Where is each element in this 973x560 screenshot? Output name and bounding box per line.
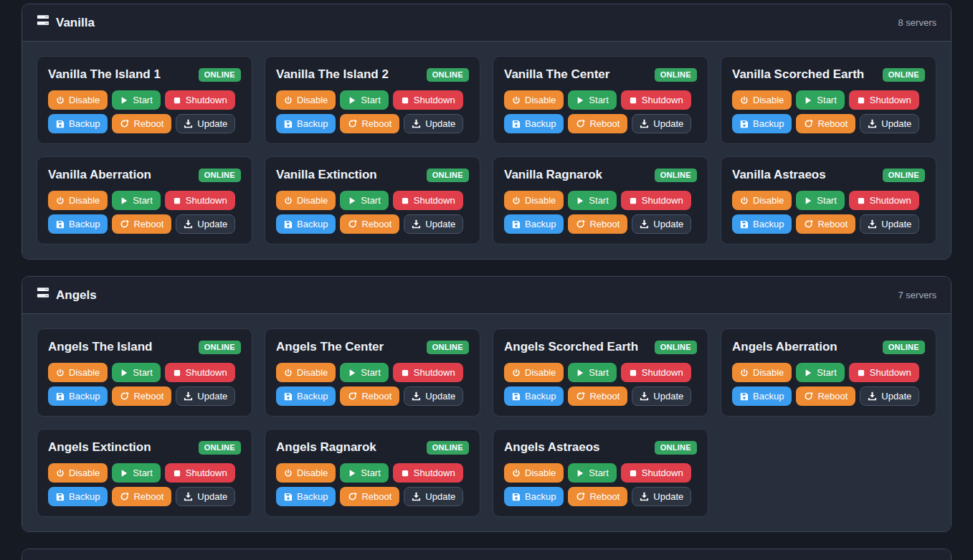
reboot-button[interactable]: Reboot bbox=[340, 114, 399, 133]
reboot-button[interactable]: Reboot bbox=[112, 114, 171, 133]
card-head: Vanilla The Center ONLINE bbox=[504, 67, 697, 82]
stop-button[interactable]: Shutdown bbox=[621, 363, 691, 382]
stop-button[interactable]: Shutdown bbox=[849, 363, 919, 382]
play-button[interactable]: Start bbox=[568, 463, 616, 483]
save-button[interactable]: Backup bbox=[276, 114, 336, 133]
stop-button[interactable]: Shutdown bbox=[393, 90, 463, 110]
stop-button[interactable]: Shutdown bbox=[393, 463, 463, 483]
power-button[interactable]: Disable bbox=[48, 191, 108, 210]
power-button[interactable]: Disable bbox=[732, 363, 792, 382]
power-button[interactable]: Disable bbox=[276, 463, 336, 483]
stop-button[interactable]: Shutdown bbox=[621, 191, 691, 210]
stop-button[interactable]: Shutdown bbox=[165, 463, 235, 483]
download-button[interactable]: Update bbox=[176, 214, 235, 234]
server-stack-icon bbox=[37, 286, 49, 304]
save-button[interactable]: Backup bbox=[48, 386, 108, 406]
play-button[interactable]: Start bbox=[568, 191, 616, 210]
stop-button[interactable]: Shutdown bbox=[165, 363, 235, 382]
power-button[interactable]: Disable bbox=[276, 191, 336, 210]
power-button[interactable]: Disable bbox=[732, 191, 792, 210]
power-icon bbox=[56, 96, 65, 105]
download-button[interactable]: Update bbox=[860, 386, 919, 406]
reboot-button[interactable]: Reboot bbox=[568, 114, 627, 133]
save-button[interactable]: Backup bbox=[276, 214, 336, 234]
play-button[interactable]: Start bbox=[340, 363, 388, 382]
reboot-button[interactable]: Reboot bbox=[112, 386, 171, 406]
reboot-button[interactable]: Reboot bbox=[568, 487, 627, 506]
power-button[interactable]: Disable bbox=[48, 463, 108, 483]
save-button[interactable]: Backup bbox=[504, 386, 564, 406]
download-button[interactable]: Update bbox=[404, 487, 463, 506]
download-button[interactable]: Update bbox=[404, 114, 463, 133]
save-button[interactable]: Backup bbox=[732, 386, 792, 406]
download-button[interactable]: Update bbox=[632, 386, 691, 406]
save-button[interactable]: Backup bbox=[504, 487, 564, 506]
stop-button[interactable]: Shutdown bbox=[393, 191, 463, 210]
reboot-button[interactable]: Reboot bbox=[568, 386, 627, 406]
play-button[interactable]: Start bbox=[340, 463, 388, 483]
save-button[interactable]: Backup bbox=[276, 487, 336, 506]
power-button[interactable]: Disable bbox=[276, 363, 336, 382]
reboot-button[interactable]: Reboot bbox=[796, 386, 855, 406]
play-button[interactable]: Start bbox=[112, 363, 160, 382]
play-button[interactable]: Start bbox=[340, 191, 388, 210]
download-button[interactable]: Update bbox=[860, 214, 919, 234]
status-badge: ONLINE bbox=[199, 341, 241, 354]
play-button[interactable]: Start bbox=[112, 463, 160, 483]
save-button[interactable]: Backup bbox=[276, 386, 336, 406]
play-button[interactable]: Start bbox=[796, 363, 844, 382]
button-label: Update bbox=[653, 491, 683, 502]
play-button[interactable]: Start bbox=[568, 363, 616, 382]
power-button[interactable]: Disable bbox=[48, 90, 108, 110]
reboot-button[interactable]: Reboot bbox=[340, 214, 399, 234]
play-button[interactable]: Start bbox=[340, 90, 388, 110]
reboot-button[interactable]: Reboot bbox=[340, 487, 399, 506]
download-button[interactable]: Update bbox=[176, 487, 235, 506]
download-button[interactable]: Update bbox=[404, 386, 463, 406]
play-button[interactable]: Start bbox=[112, 191, 160, 210]
power-button[interactable]: Disable bbox=[504, 191, 564, 210]
save-button[interactable]: Backup bbox=[504, 114, 564, 133]
stop-button[interactable]: Shutdown bbox=[165, 90, 235, 110]
button-label: Reboot bbox=[589, 391, 620, 402]
download-button[interactable]: Update bbox=[404, 214, 463, 234]
server-card: Angels Scorched Earth ONLINE DisableStar… bbox=[493, 328, 708, 417]
download-button[interactable]: Update bbox=[632, 114, 691, 133]
reboot-button[interactable]: Reboot bbox=[796, 214, 855, 234]
power-button[interactable]: Disable bbox=[276, 90, 336, 110]
save-icon bbox=[56, 392, 65, 401]
play-button[interactable]: Start bbox=[112, 90, 160, 110]
button-label: Start bbox=[133, 367, 152, 378]
stop-button[interactable]: Shutdown bbox=[849, 90, 919, 110]
stop-button[interactable]: Shutdown bbox=[621, 463, 691, 483]
power-button[interactable]: Disable bbox=[504, 363, 564, 382]
stop-button[interactable]: Shutdown bbox=[621, 90, 691, 110]
stop-button[interactable]: Shutdown bbox=[849, 191, 919, 210]
stop-button[interactable]: Shutdown bbox=[165, 191, 235, 210]
save-button[interactable]: Backup bbox=[732, 114, 792, 133]
save-button[interactable]: Backup bbox=[504, 214, 564, 234]
reboot-button[interactable]: Reboot bbox=[340, 386, 399, 406]
download-button[interactable]: Update bbox=[632, 487, 691, 506]
play-button[interactable]: Start bbox=[796, 90, 844, 110]
save-button[interactable]: Backup bbox=[48, 114, 108, 133]
save-button[interactable]: Backup bbox=[732, 214, 792, 234]
download-button[interactable]: Update bbox=[176, 114, 235, 133]
download-button[interactable]: Update bbox=[632, 214, 691, 234]
power-button[interactable]: Disable bbox=[732, 90, 792, 110]
play-button[interactable]: Start bbox=[568, 90, 616, 110]
power-button[interactable]: Disable bbox=[504, 90, 564, 110]
save-button[interactable]: Backup bbox=[48, 487, 108, 506]
download-button[interactable]: Update bbox=[860, 114, 919, 133]
power-button[interactable]: Disable bbox=[48, 363, 108, 382]
reboot-button[interactable]: Reboot bbox=[112, 487, 171, 506]
reboot-button[interactable]: Reboot bbox=[112, 214, 171, 234]
stop-icon bbox=[629, 96, 637, 105]
stop-button[interactable]: Shutdown bbox=[393, 363, 463, 382]
save-button[interactable]: Backup bbox=[48, 214, 108, 234]
power-button[interactable]: Disable bbox=[504, 463, 564, 483]
download-button[interactable]: Update bbox=[176, 386, 235, 406]
play-button[interactable]: Start bbox=[796, 191, 844, 210]
reboot-button[interactable]: Reboot bbox=[796, 114, 855, 133]
reboot-button[interactable]: Reboot bbox=[568, 214, 627, 234]
